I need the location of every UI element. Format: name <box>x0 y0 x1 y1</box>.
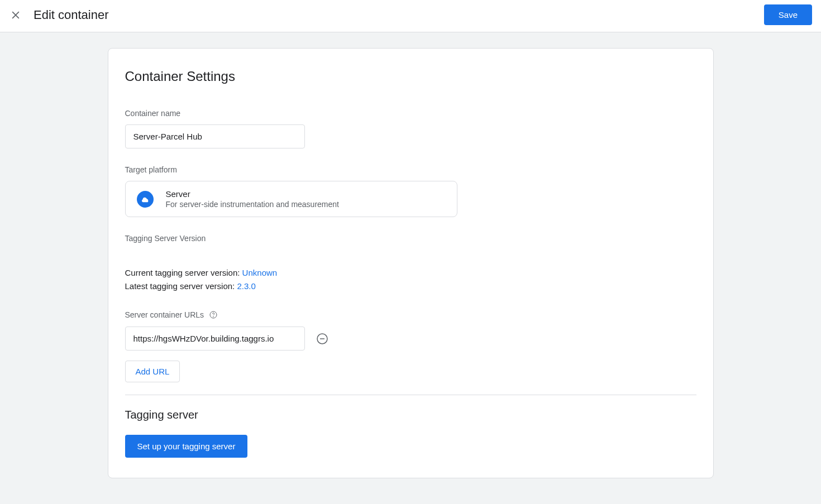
tagging-server-heading: Tagging server <box>125 409 696 421</box>
platform-text: Server For server-side instrumentation a… <box>166 189 339 209</box>
url-row <box>125 327 696 351</box>
latest-version-text: Latest tagging server version: <box>125 281 237 291</box>
server-urls-label: Server container URLs <box>125 310 204 319</box>
server-urls-label-row: Server container URLs <box>125 310 696 320</box>
page-background: Container Settings Container name Target… <box>0 32 821 501</box>
settings-heading: Container Settings <box>125 69 696 84</box>
platform-description: For server-side instrumentation and meas… <box>166 200 339 209</box>
header-left: Edit container <box>9 8 109 22</box>
svg-point-3 <box>213 316 214 317</box>
platform-name: Server <box>166 189 339 199</box>
divider <box>125 395 696 395</box>
target-platform-label: Target platform <box>125 165 696 174</box>
header-bar: Edit container Save <box>0 0 821 32</box>
current-version-text: Current tagging server version: <box>125 268 242 277</box>
current-version-row: Current tagging server version: Unknown <box>125 266 696 280</box>
settings-card: Container Settings Container name Target… <box>108 48 714 478</box>
save-button[interactable]: Save <box>764 4 812 25</box>
close-icon[interactable] <box>9 8 22 22</box>
add-url-button[interactable]: Add URL <box>125 361 180 382</box>
help-icon[interactable] <box>208 310 218 320</box>
tagging-version-label: Tagging Server Version <box>125 234 696 243</box>
current-version-link[interactable]: Unknown <box>242 268 278 277</box>
remove-url-icon[interactable] <box>315 332 330 346</box>
page-title: Edit container <box>34 8 109 22</box>
server-url-input[interactable] <box>125 327 305 351</box>
target-platform-box[interactable]: Server For server-side instrumentation a… <box>125 181 457 217</box>
cloud-icon <box>137 191 154 208</box>
container-name-input[interactable] <box>125 124 305 148</box>
setup-tagging-server-button[interactable]: Set up your tagging server <box>125 435 248 458</box>
container-name-label: Container name <box>125 109 696 118</box>
latest-version-row: Latest tagging server version: 2.3.0 <box>125 280 696 293</box>
footer: Terms of Service • Privacy Policy <box>0 501 821 504</box>
latest-version-link[interactable]: 2.3.0 <box>237 281 255 291</box>
